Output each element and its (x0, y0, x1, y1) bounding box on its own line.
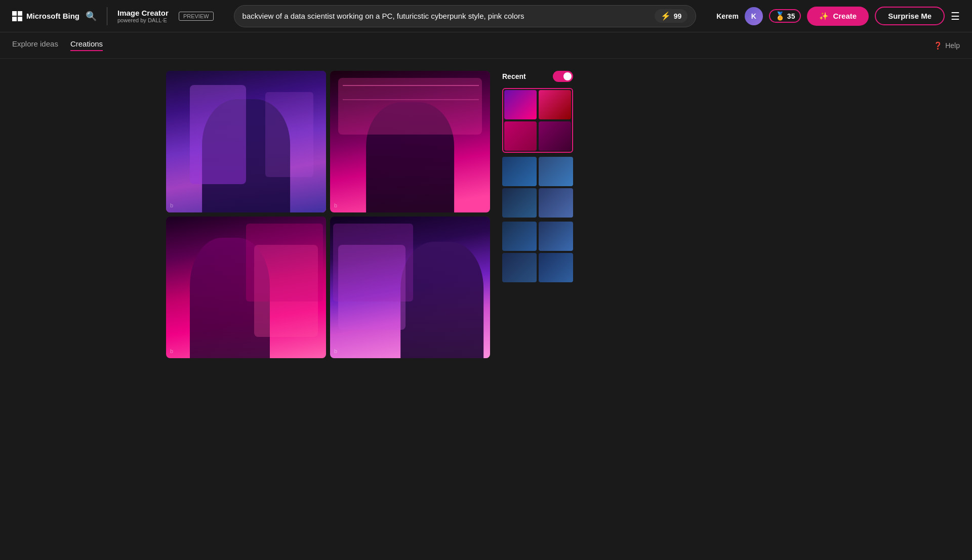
image-4-display: b (330, 217, 490, 358)
recent-thumb-2-1 (502, 157, 537, 186)
recent-label: Recent (502, 72, 526, 80)
image-3-watermark: b (170, 348, 173, 354)
reward-count: 35 (787, 12, 795, 20)
recent-thumb-3-2 (539, 222, 573, 251)
recent-thumb-3-3 (502, 253, 537, 282)
avatar[interactable]: K (745, 7, 763, 25)
left-panel (12, 71, 154, 358)
image-grid: b b b (166, 71, 490, 358)
reward-icon: 🏅 (775, 11, 785, 21)
image-2-display: b (330, 71, 490, 212)
app-branding: Image Creator powered by DALL·E (117, 9, 169, 23)
image-3-display: b (166, 217, 326, 358)
recent-header: Recent (502, 71, 573, 82)
header: Microsoft Bing 🔍 Image Creator powered b… (0, 0, 972, 32)
image-4-watermark: b (334, 348, 337, 354)
preview-badge: PREVIEW (179, 12, 214, 21)
header-left: Microsoft Bing 🔍 Image Creator powered b… (12, 7, 214, 25)
right-sidebar: Recent (502, 71, 573, 358)
header-right: Kerem K 🏅 35 ✨ Create Surprise Me ☰ (716, 7, 960, 26)
surprise-button[interactable]: Surprise Me (875, 7, 945, 25)
surprise-label: Surprise Me (888, 12, 932, 20)
search-bar[interactable]: ⚡ 99 (234, 5, 697, 27)
recent-toggle[interactable] (553, 71, 573, 82)
generated-image-1[interactable]: b (166, 71, 326, 212)
recent-thumb-2-3 (502, 188, 537, 218)
tab-creations[interactable]: Creations (70, 39, 103, 51)
recent-thumb-3-1 (502, 222, 537, 251)
recent-group-3[interactable] (502, 222, 573, 282)
recent-group-2[interactable] (502, 157, 573, 218)
bing-label: Microsoft Bing (26, 12, 79, 20)
create-icon: ✨ (819, 12, 829, 21)
recent-thumb-2-4 (539, 188, 573, 218)
boost-icon: ⚡ (661, 11, 671, 21)
tab-explore-ideas[interactable]: Explore ideas (12, 39, 58, 51)
help-button[interactable]: ❓ Help (934, 41, 960, 50)
recent-thumb-3-4 (539, 253, 573, 282)
generated-image-2[interactable]: b (330, 71, 490, 212)
recent-thumb-2-2 (539, 157, 573, 186)
help-icon: ❓ (934, 41, 942, 50)
main-layout: b b b (0, 59, 972, 370)
recent-thumb-1-4 (539, 121, 571, 151)
search-icon[interactable]: 🔍 (86, 11, 97, 22)
image-2-watermark: b (334, 202, 337, 208)
recent-thumb-1-1 (504, 90, 537, 119)
user-area: Kerem K (716, 7, 763, 25)
bing-logo[interactable]: Microsoft Bing (12, 11, 79, 21)
image-1-display: b (166, 71, 326, 212)
boost-count: 99 (674, 12, 682, 20)
app-title: Image Creator (117, 9, 169, 17)
bing-logo-grid-icon (12, 11, 22, 21)
image-1-watermark: b (170, 202, 173, 208)
boost-badge: ⚡ 99 (655, 9, 688, 23)
reward-badge[interactable]: 🏅 35 (769, 9, 801, 23)
create-button[interactable]: ✨ Create (807, 7, 869, 26)
nav-bar: Explore ideas Creations ❓ Help (0, 32, 972, 59)
create-label: Create (833, 12, 857, 20)
generated-image-3[interactable]: b (166, 217, 326, 358)
user-name: Kerem (716, 12, 739, 20)
help-label: Help (945, 41, 960, 50)
nav-tabs: Explore ideas Creations (12, 39, 103, 51)
search-input[interactable] (242, 12, 651, 20)
header-divider (107, 7, 107, 25)
recent-thumb-1-2 (539, 90, 571, 119)
recent-group-1[interactable] (502, 88, 573, 153)
recent-thumb-1-3 (504, 121, 537, 151)
app-subtitle: powered by DALL·E (117, 17, 169, 23)
menu-icon[interactable]: ☰ (951, 10, 960, 22)
generated-image-4[interactable]: b (330, 217, 490, 358)
